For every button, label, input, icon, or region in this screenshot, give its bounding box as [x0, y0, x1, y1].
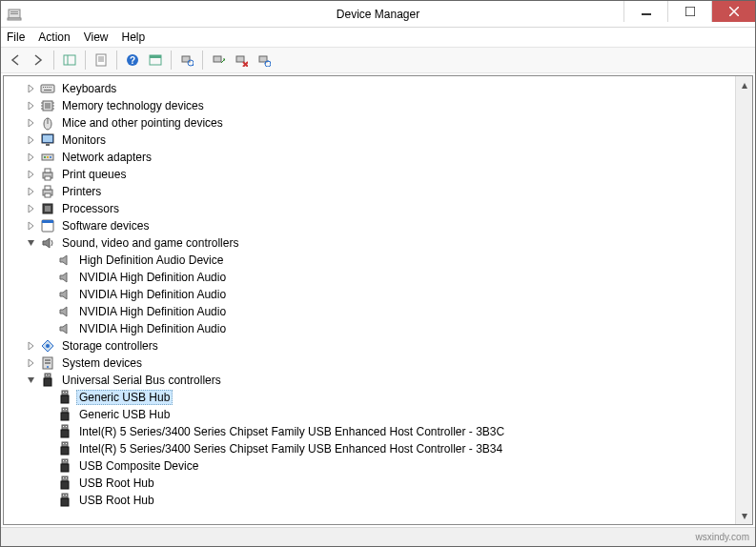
- tree-item-label[interactable]: USB Composite Device: [76, 458, 201, 474]
- tree-item[interactable]: Processors: [4, 200, 735, 217]
- tree-item[interactable]: Printers: [4, 183, 735, 200]
- vertical-scrollbar[interactable]: ▴ ▾: [735, 76, 752, 524]
- svg-rect-4: [642, 13, 651, 15]
- expand-icon[interactable]: [27, 204, 36, 213]
- tree-item[interactable]: NVIDIA High Definition Audio: [4, 303, 735, 320]
- tree-item-label[interactable]: NVIDIA High Definition Audio: [76, 304, 229, 319]
- scan-hardware-button[interactable]: [176, 50, 197, 71]
- tree-item[interactable]: NVIDIA High Definition Audio: [4, 320, 735, 337]
- tree-item-label[interactable]: USB Root Hub: [76, 476, 157, 491]
- status-bar: wsxindy.com: [1, 527, 755, 546]
- tree-item[interactable]: Generic USB Hub: [4, 389, 735, 406]
- close-button[interactable]: [711, 1, 755, 22]
- scroll-down-button[interactable]: ▾: [736, 507, 752, 524]
- tree-item[interactable]: Intel(R) 5 Series/3400 Series Chipset Fa…: [4, 423, 735, 440]
- expand-icon[interactable]: [27, 101, 36, 111]
- tree-item-label[interactable]: Printers: [59, 184, 104, 199]
- svg-rect-2: [10, 13, 18, 14]
- tree-item[interactable]: Memory technology devices: [4, 97, 735, 114]
- expand-icon[interactable]: [27, 118, 36, 128]
- expander-spacer: [44, 444, 53, 454]
- expand-icon[interactable]: [27, 187, 36, 196]
- tree-item-label[interactable]: NVIDIA High Definition Audio: [76, 321, 229, 336]
- window-buttons: [623, 1, 755, 22]
- tree-item[interactable]: USB Root Hub: [4, 492, 735, 509]
- tree-item[interactable]: Mice and other pointing devices: [4, 114, 735, 132]
- expand-icon[interactable]: [27, 170, 36, 179]
- tree-item-label[interactable]: Mice and other pointing devices: [59, 115, 226, 131]
- tree-item[interactable]: NVIDIA High Definition Audio: [4, 286, 735, 303]
- expand-icon[interactable]: [27, 221, 36, 231]
- help-button[interactable]: ?: [122, 50, 143, 71]
- minimize-button[interactable]: [623, 1, 667, 22]
- printer-icon: [40, 167, 55, 182]
- tree-item-label[interactable]: Intel(R) 5 Series/3400 Series Chipset Fa…: [76, 441, 505, 456]
- toolbar: ?: [1, 47, 755, 73]
- tree-item[interactable]: Generic USB Hub: [4, 406, 735, 423]
- view-button[interactable]: [145, 50, 166, 71]
- usb-icon: [57, 407, 72, 422]
- tree-item-label[interactable]: NVIDIA High Definition Audio: [76, 287, 229, 302]
- tree-item[interactable]: Software devices: [4, 217, 735, 234]
- disable-button[interactable]: [254, 50, 275, 71]
- svg-line-20: [193, 65, 194, 66]
- speaker-icon: [57, 321, 72, 336]
- update-driver-button[interactable]: [208, 50, 229, 71]
- cpu-icon: [40, 201, 55, 216]
- collapse-icon[interactable]: [27, 238, 36, 248]
- tree-item[interactable]: System devices: [4, 355, 735, 372]
- tree-item-label[interactable]: Network adapters: [59, 150, 154, 165]
- usb-icon: [57, 441, 72, 456]
- device-tree[interactable]: KeyboardsMemory technology devicesMice a…: [4, 76, 735, 524]
- show-hide-tree-button[interactable]: [59, 50, 80, 71]
- back-button[interactable]: [5, 50, 26, 71]
- tree-item-label[interactable]: Storage controllers: [59, 338, 161, 354]
- svg-rect-22: [236, 56, 244, 62]
- menu-help[interactable]: Help: [122, 30, 146, 44]
- tree-item-label[interactable]: Software devices: [59, 218, 152, 233]
- tree-item-label[interactable]: Intel(R) 5 Series/3400 Series Chipset Fa…: [76, 424, 507, 439]
- menu-view[interactable]: View: [84, 30, 109, 44]
- expand-icon[interactable]: [27, 135, 36, 145]
- tree-item-label[interactable]: Keyboards: [59, 81, 119, 96]
- tree-item-label[interactable]: Print queues: [59, 167, 129, 182]
- forward-button[interactable]: [28, 50, 49, 71]
- tree-item-label[interactable]: USB Root Hub: [76, 493, 157, 508]
- expand-icon[interactable]: [27, 84, 36, 93]
- scroll-up-button[interactable]: ▴: [736, 76, 752, 93]
- tree-item[interactable]: Storage controllers: [4, 337, 735, 355]
- tree-item-label[interactable]: High Definition Audio Device: [76, 253, 226, 268]
- maximize-button[interactable]: [667, 1, 711, 22]
- tree-item-label[interactable]: Processors: [59, 201, 122, 216]
- watermark-text: wsxindy.com: [696, 532, 750, 542]
- tree-item[interactable]: Sound, video and game controllers: [4, 234, 735, 252]
- tree-item[interactable]: Keyboards: [4, 80, 735, 97]
- device-tree-panel: KeyboardsMemory technology devicesMice a…: [3, 75, 753, 525]
- tree-item-label[interactable]: Memory technology devices: [59, 98, 207, 113]
- tree-item-label[interactable]: System devices: [59, 355, 145, 371]
- expand-icon[interactable]: [27, 358, 36, 368]
- menu-action[interactable]: Action: [38, 30, 70, 44]
- expander-spacer: [44, 427, 53, 436]
- uninstall-button[interactable]: [231, 50, 252, 71]
- expand-icon[interactable]: [27, 341, 36, 351]
- tree-item[interactable]: Universal Serial Bus controllers: [4, 372, 735, 389]
- tree-item[interactable]: USB Composite Device: [4, 457, 735, 475]
- tree-item-label[interactable]: Sound, video and game controllers: [59, 235, 241, 251]
- tree-item-label[interactable]: Generic USB Hub: [76, 407, 173, 422]
- collapse-icon[interactable]: [27, 375, 36, 385]
- tree-item[interactable]: High Definition Audio Device: [4, 252, 735, 269]
- properties-button[interactable]: [91, 50, 112, 71]
- tree-item-label[interactable]: Generic USB Hub: [76, 390, 173, 405]
- tree-item-label[interactable]: Universal Serial Bus controllers: [59, 373, 224, 388]
- tree-item[interactable]: USB Root Hub: [4, 475, 735, 492]
- tree-item-label[interactable]: NVIDIA High Definition Audio: [76, 270, 229, 285]
- tree-item[interactable]: Intel(R) 5 Series/3400 Series Chipset Fa…: [4, 440, 735, 457]
- tree-item[interactable]: Monitors: [4, 132, 735, 149]
- tree-item[interactable]: Print queues: [4, 166, 735, 183]
- tree-item[interactable]: Network adapters: [4, 149, 735, 166]
- expand-icon[interactable]: [27, 152, 36, 162]
- tree-item[interactable]: NVIDIA High Definition Audio: [4, 269, 735, 286]
- menu-file[interactable]: File: [7, 30, 25, 44]
- tree-item-label[interactable]: Monitors: [59, 132, 109, 148]
